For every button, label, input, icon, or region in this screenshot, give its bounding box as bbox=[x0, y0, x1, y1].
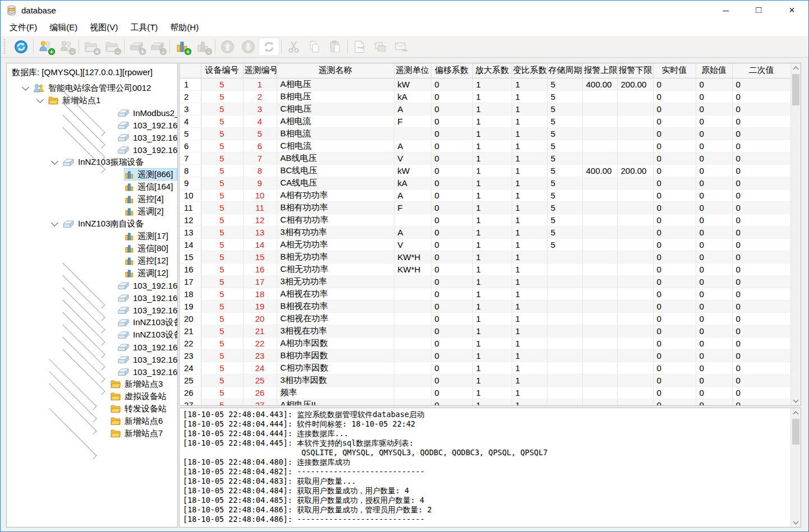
row-number[interactable]: 2 bbox=[180, 90, 201, 103]
tree-item-content[interactable]: 遥控[4] bbox=[124, 193, 177, 205]
cell[interactable] bbox=[394, 386, 431, 399]
log-scrollbar-thumb[interactable] bbox=[792, 419, 799, 445]
cell[interactable]: 0 bbox=[696, 115, 732, 127]
cell[interactable]: 0 bbox=[431, 399, 472, 406]
cell[interactable]: 0 bbox=[696, 349, 732, 362]
cell[interactable] bbox=[617, 189, 653, 201]
cell[interactable]: 1 bbox=[512, 386, 547, 399]
cell[interactable]: A bbox=[394, 189, 431, 201]
cell[interactable] bbox=[547, 288, 582, 300]
cell[interactable] bbox=[617, 177, 653, 189]
cell[interactable]: 0 bbox=[732, 337, 791, 349]
cell[interactable]: B相电压 bbox=[277, 90, 394, 103]
cell[interactable]: 1 bbox=[512, 164, 547, 177]
cell[interactable]: 0 bbox=[696, 263, 732, 275]
cell[interactable]: 5 bbox=[201, 337, 243, 349]
cell[interactable] bbox=[582, 251, 617, 263]
minimize-button[interactable]: ─ bbox=[709, 1, 742, 20]
cell[interactable]: C相电流 bbox=[277, 140, 394, 152]
cell[interactable]: 5 bbox=[201, 251, 243, 263]
column-header[interactable]: 二次值 bbox=[732, 63, 791, 78]
row-number[interactable]: 20 bbox=[180, 312, 201, 325]
tree-item[interactable]: InNZ103南自设备 bbox=[11, 218, 177, 230]
cell[interactable] bbox=[617, 325, 653, 337]
tree-item-content[interactable]: 103_192.168.12.12(3) bbox=[117, 144, 177, 156]
cell[interactable] bbox=[617, 201, 653, 214]
cell[interactable]: 200.00 bbox=[617, 164, 653, 177]
tree-item-content[interactable]: 遥测[866] bbox=[124, 168, 177, 181]
cell[interactable] bbox=[582, 177, 617, 189]
tree-item-content[interactable]: 新增站点6 bbox=[109, 415, 177, 427]
cell[interactable]: 0 bbox=[653, 115, 696, 127]
cell[interactable]: 1 bbox=[472, 399, 512, 406]
cell[interactable]: 1 bbox=[512, 374, 547, 386]
cell[interactable] bbox=[582, 214, 617, 226]
tree-item-content[interactable]: 智能电站综合管理公司0012 bbox=[33, 82, 177, 94]
cell[interactable]: KW*H bbox=[394, 263, 431, 275]
cell[interactable] bbox=[582, 189, 617, 201]
row-number[interactable]: 26 bbox=[180, 386, 201, 399]
tree-item[interactable]: InModbus2_com4(1) bbox=[11, 107, 177, 119]
cell[interactable]: 3 bbox=[243, 103, 277, 115]
cell[interactable]: 5 bbox=[547, 103, 582, 115]
cell[interactable]: 0 bbox=[653, 152, 696, 164]
cell[interactable]: 1 bbox=[472, 275, 512, 288]
tree-item-content[interactable]: 新增站点7 bbox=[109, 427, 177, 440]
cell[interactable]: AB线电压 bbox=[277, 152, 394, 164]
cell[interactable]: 5 bbox=[201, 312, 243, 325]
cell[interactable] bbox=[617, 386, 653, 399]
cell[interactable]: 0 bbox=[653, 90, 696, 103]
cell[interactable]: 1 bbox=[472, 251, 512, 263]
cell[interactable]: kW bbox=[394, 78, 431, 90]
row-number[interactable]: 6 bbox=[180, 140, 201, 152]
maximize-button[interactable]: □ bbox=[742, 1, 775, 20]
row-number[interactable]: 23 bbox=[180, 349, 201, 362]
cell[interactable]: A相电压II bbox=[277, 399, 394, 406]
send-mail-button[interactable] bbox=[391, 38, 412, 56]
cell[interactable]: 1 bbox=[472, 164, 512, 177]
cell[interactable]: 0 bbox=[732, 238, 791, 251]
cell[interactable]: 1 bbox=[512, 140, 547, 152]
tree-item-content[interactable]: 虚拟设备站 bbox=[109, 390, 177, 403]
cell[interactable]: 0 bbox=[732, 115, 791, 127]
cell[interactable]: 1 bbox=[512, 362, 547, 374]
cell[interactable]: kA bbox=[394, 177, 431, 189]
cell[interactable]: 5 bbox=[547, 189, 582, 201]
cell[interactable]: 400.00 bbox=[582, 164, 617, 177]
cell[interactable]: 0 bbox=[653, 374, 696, 386]
cell[interactable]: 0 bbox=[431, 214, 472, 226]
cell[interactable]: 5 bbox=[547, 214, 582, 226]
cell[interactable]: 25 bbox=[243, 374, 277, 386]
cell[interactable]: A相有功功率 bbox=[277, 189, 394, 201]
row-number[interactable]: 1 bbox=[180, 78, 201, 90]
row-number[interactable]: 27 bbox=[180, 399, 201, 406]
cell[interactable]: 0 bbox=[732, 374, 791, 386]
cell[interactable]: 1 bbox=[472, 263, 512, 275]
row-number[interactable]: 15 bbox=[180, 251, 201, 263]
cell[interactable]: 17 bbox=[243, 275, 277, 288]
cell[interactable]: 0 bbox=[732, 386, 791, 399]
cell[interactable]: 1 bbox=[512, 312, 547, 325]
remove-point-button[interactable]: - bbox=[192, 38, 213, 56]
cell[interactable]: C相电压 bbox=[277, 103, 394, 115]
cell[interactable]: 0 bbox=[431, 251, 472, 263]
cell[interactable] bbox=[582, 386, 617, 399]
cell[interactable]: F bbox=[394, 115, 431, 127]
cell[interactable]: 400.00 bbox=[582, 78, 617, 90]
remove-user-button[interactable]: - bbox=[56, 38, 77, 56]
cell[interactable]: 3相无功功率 bbox=[277, 275, 394, 288]
menu-edit[interactable]: 编辑(E) bbox=[43, 20, 84, 35]
cell[interactable]: 0 bbox=[431, 374, 472, 386]
cell[interactable]: 0 bbox=[653, 275, 696, 288]
cell[interactable]: 5 bbox=[201, 226, 243, 238]
cell[interactable]: 0 bbox=[431, 164, 472, 177]
cell[interactable]: 1 bbox=[472, 214, 512, 226]
cell[interactable] bbox=[582, 238, 617, 251]
cell[interactable]: 0 bbox=[653, 140, 696, 152]
cell[interactable]: B相视在功率 bbox=[277, 300, 394, 312]
cell[interactable] bbox=[582, 90, 617, 103]
cell[interactable]: 0 bbox=[431, 78, 472, 90]
row-number[interactable]: 4 bbox=[180, 115, 201, 127]
cell[interactable]: 0 bbox=[653, 164, 696, 177]
cell[interactable]: 1 bbox=[472, 238, 512, 251]
